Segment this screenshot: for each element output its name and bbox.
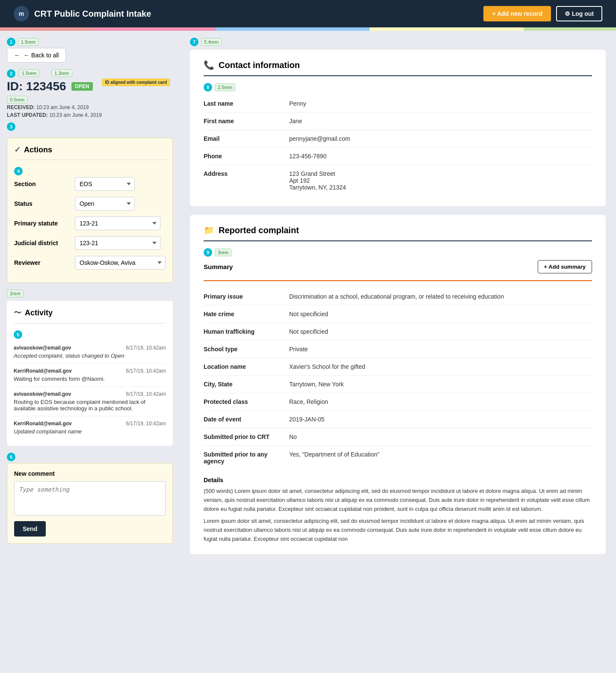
judicial-district-label: Judicial district <box>14 240 70 246</box>
new-comment-section: New comment Send <box>7 463 173 544</box>
table-row: Date of event 2019-JAN-05 <box>204 411 592 428</box>
table-row: Email pennyjane@gmail.com <box>204 130 592 148</box>
section-select[interactable]: EOS <box>75 177 135 191</box>
table-row: Submitted prior to CRT No <box>204 428 592 446</box>
annotation-badge-8: 8 <box>204 83 212 92</box>
folder-icon: 📁 <box>204 225 214 235</box>
comment-textarea[interactable] <box>14 481 166 516</box>
app-title: CRT Public Complaint Intake <box>34 9 151 19</box>
annotation-badge-7: 7 <box>190 38 198 46</box>
updated-date: LAST UPDATED: 10:23 am June 4, 2019 <box>7 112 173 118</box>
table-row: Location name Xavier's School for the gi… <box>204 358 592 376</box>
status-row: Status Open <box>14 197 166 210</box>
annotation-badge-4: 4 <box>14 167 23 175</box>
status-badge: OPEN <box>71 82 93 91</box>
table-row: First name Jane <box>204 113 592 130</box>
actions-title-text: Actions <box>24 145 52 154</box>
annotation-badge-5: 5 <box>14 330 22 339</box>
primary-statute-row: Primary statute 123-21 <box>14 216 166 230</box>
actions-card: ✓ Actions 4 Section EOS Status Open P <box>7 138 173 283</box>
table-row: School type Private <box>204 341 592 358</box>
status-label: Status <box>14 200 70 207</box>
contact-info-card: 📞 Contact information 8 2.5rem Last name… <box>190 50 606 206</box>
send-button[interactable]: Send <box>14 521 46 537</box>
main-container: 1 1.5rem ← ← Back to all 2 1.5rem 1.3rem… <box>0 31 616 673</box>
reported-complaint-title: 📁 Reported complaint <box>204 225 592 241</box>
complaint-info-table: Primary issue Discrimination at a school… <box>204 288 592 470</box>
annotation-badge-3: 3 <box>7 122 15 131</box>
app-logo: m <box>14 6 29 21</box>
actions-title: ✓ Actions <box>14 145 166 160</box>
section-row: Section EOS <box>14 177 166 191</box>
details-text-2: Lorem ipsum dolor sit amet, consectetur … <box>204 517 592 543</box>
table-row: City, State Tarrytown, New York <box>204 376 592 393</box>
judicial-district-row: Judicial district 123-21 <box>14 236 166 250</box>
header-left: m CRT Public Complaint Intake <box>14 6 151 21</box>
back-to-all-button[interactable]: ← ← Back to all <box>7 48 66 62</box>
primary-statute-select[interactable]: 123-21 <box>75 216 160 230</box>
section-label: Section <box>14 181 70 187</box>
table-row: Phone 123-456-7890 <box>204 148 592 165</box>
activity-section: 〜 Activity 5 avivaoskow@email.gov 6/17/1… <box>7 301 173 446</box>
annotation-badge-1: 1 <box>7 38 15 46</box>
annotation-badge-6: 6 <box>7 453 15 461</box>
reviewer-select[interactable]: Oskow-Oskow, Aviva <box>75 256 166 270</box>
app-header: m CRT Public Complaint Intake + Add new … <box>0 0 616 27</box>
new-comment-title: New comment <box>14 470 166 477</box>
left-panel: 1 1.5rem ← ← Back to all 2 1.5rem 1.3rem… <box>0 31 180 673</box>
status-select[interactable]: Open <box>75 197 135 210</box>
record-id-text: ID: 123456 <box>7 80 66 93</box>
primary-statute-label: Primary statute <box>14 220 70 227</box>
summary-header: Summary + Add summary <box>204 260 592 273</box>
table-row: Primary issue Discrimination at a school… <box>204 288 592 305</box>
activity-entry-2: KerriRonald@email.gov 6/17/19, 10:42am W… <box>14 364 166 387</box>
reviewer-row: Reviewer Oskow-Oskow, Aviva <box>14 256 166 270</box>
activity-title: 〜 Activity <box>14 308 166 323</box>
back-button-label: ← Back to all <box>24 52 59 59</box>
received-date: RECEIVED: 10:23 am June 4, 2019 <box>7 104 173 110</box>
details-label: Details <box>204 477 592 483</box>
activity-entry-4: KerriRonald@email.gov 6/17/19, 10:42am U… <box>14 416 166 439</box>
reviewer-label: Reviewer <box>14 259 70 266</box>
header-right: + Add new record ⚙ Log out <box>483 6 602 21</box>
table-row: Address 123 Grand StreetApt 192Tarrytown… <box>204 165 592 196</box>
table-row: Last name Penny <box>204 95 592 113</box>
add-summary-button[interactable]: + Add summary <box>538 260 592 273</box>
checkmark-icon: ✓ <box>14 145 21 154</box>
activity-title-text: Activity <box>25 308 53 317</box>
summary-divider <box>204 280 592 281</box>
table-row: Hate crime Not specificied <box>204 305 592 323</box>
phone-icon: 📞 <box>204 60 214 70</box>
activity-entry-1: avivaoskow@email.gov 6/17/19, 10:42am Ac… <box>14 341 166 364</box>
details-text-1: (500 words) Lorem ipsum dolor sit amet, … <box>204 487 592 513</box>
reported-complaint-card: 📁 Reported complaint 9 3rem Summary + Ad… <box>190 215 606 554</box>
record-id-heading: ID: 123456 OPEN ID aligned with complain… <box>7 80 173 93</box>
activity-entry-3: avivaoskow@email.gov 6/17/19, 10:42am Ro… <box>14 387 166 416</box>
contact-info-title: 📞 Contact information <box>204 60 592 76</box>
table-row: Protected class Race, Religion <box>204 393 592 411</box>
annotation-badge-9: 9 <box>204 248 212 257</box>
annotation-color-bars <box>0 27 616 31</box>
contact-info-table: Last name Penny First name Jane Email pe… <box>204 95 592 196</box>
activity-icon: 〜 <box>14 308 21 318</box>
annotation-id-aligned: ID aligned with complaint card <box>102 79 170 86</box>
right-panel: 7 5.4rem 📞 Contact information 8 2.5rem … <box>180 31 616 673</box>
table-row: Human trafficking Not specificied <box>204 323 592 341</box>
logout-button[interactable]: ⚙ Log out <box>556 6 602 21</box>
add-new-record-button[interactable]: + Add new record <box>483 6 551 21</box>
judicial-district-select[interactable]: 123-21 <box>75 236 160 250</box>
summary-label: Summary <box>204 263 233 270</box>
annotation-badge-2: 2 <box>7 69 15 78</box>
back-arrow-icon: ← <box>14 52 20 59</box>
table-row: Submitted prior to any agency Yes, "Depa… <box>204 446 592 470</box>
